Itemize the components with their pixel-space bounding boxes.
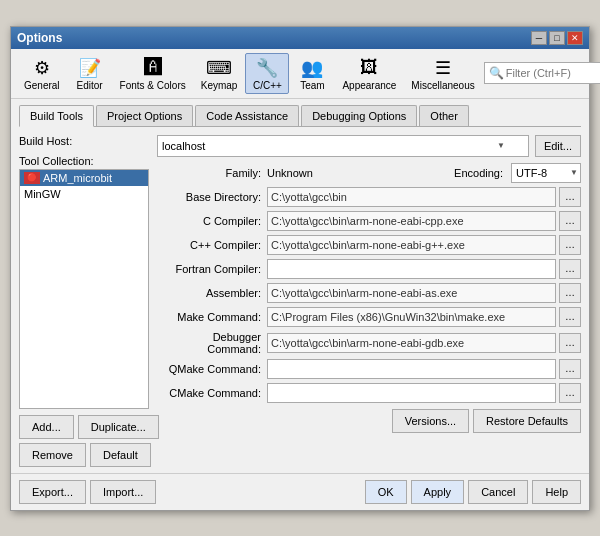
versions-button[interactable]: Versions... [392,409,469,433]
tab-debugging-options[interactable]: Debugging Options [301,105,417,126]
base-directory-input[interactable] [267,187,556,207]
cmake-command-row: … [267,383,581,403]
debugger-command-input[interactable] [267,333,556,353]
cmake-command-browse[interactable]: … [559,383,581,403]
encoding-select[interactable]: UTF-8 [511,163,581,183]
make-command-input[interactable] [267,307,556,327]
toolbar-item-general[interactable]: ⚙ General [17,53,67,94]
tool-collection-list: 🔴 ARM_microbit MinGW [19,169,149,409]
toolbar-item-miscellaneous[interactable]: ☰ Miscellaneous [404,53,481,94]
maximize-button[interactable]: □ [549,31,565,45]
cpp-compiler-browse[interactable]: … [559,235,581,255]
encoding-select-wrapper: UTF-8 [511,163,581,183]
cpp-compiler-row: … [267,235,581,255]
tab-code-assistance[interactable]: Code Assistance [195,105,299,126]
debugger-command-browse[interactable]: … [559,333,581,353]
help-button[interactable]: Help [532,480,581,504]
toolbar-item-keymap[interactable]: ⌨ Keymap [194,53,245,94]
toolbar-item-team[interactable]: 👥 Team [290,53,334,94]
search-input[interactable] [506,67,600,79]
right-panel: localhost Edit... Family: Unknown Encodi… [157,135,581,467]
search-box[interactable]: 🔍 [484,62,600,84]
toolbar-icons: ⚙ General 📝 Editor 🅰 Fonts & Colors ⌨ Ke… [17,53,482,94]
c-compiler-browse[interactable]: … [559,211,581,231]
options-window: Options ─ □ ✕ ⚙ General 📝 Editor 🅰 Fonts… [10,26,590,511]
toolbar-item-editor[interactable]: 📝 Editor [68,53,112,94]
cpp-compiler-input[interactable] [267,235,556,255]
c-compiler-row: … [267,211,581,231]
toolbar-label-cpp: C/C++ [253,80,282,91]
footer-left: Export... Import... [19,480,156,504]
tab-other[interactable]: Other [419,105,469,126]
family-label: Family: [157,167,267,179]
fonts-colors-icon: 🅰 [141,56,165,80]
toolbar-item-cpp[interactable]: 🔧 C/C++ [245,53,289,94]
host-select-wrapper: localhost [157,135,529,157]
base-directory-browse[interactable]: … [559,187,581,207]
toolbar-item-fonts-colors[interactable]: 🅰 Fonts & Colors [113,53,193,94]
list-item-mingw[interactable]: MinGW [20,186,148,202]
appearance-icon: 🖼 [357,56,381,80]
assembler-label: Assembler: [157,287,267,299]
duplicate-button[interactable]: Duplicate... [78,415,159,439]
apply-button[interactable]: Apply [411,480,465,504]
fortran-compiler-browse[interactable]: … [559,259,581,279]
debugger-command-row: … [267,333,581,353]
miscellaneous-icon: ☰ [431,56,455,80]
ok-button[interactable]: OK [365,480,407,504]
footer-right: OK Apply Cancel Help [365,480,581,504]
tabs-row: Build Tools Project Options Code Assista… [19,105,581,127]
toolbar-label-miscellaneous: Miscellaneous [411,80,474,91]
assembler-input[interactable] [267,283,556,303]
general-icon: ⚙ [30,56,54,80]
main-area: Build Host: Tool Collection: 🔴 ARM_micro… [19,135,581,467]
make-command-label: Make Command: [157,311,267,323]
cmake-command-input[interactable] [267,383,556,403]
title-bar: Options ─ □ ✕ [11,27,589,49]
toolbar-label-appearance: Appearance [342,80,396,91]
qmake-command-input[interactable] [267,359,556,379]
family-value: Unknown [267,167,446,179]
host-select[interactable]: localhost [157,135,529,157]
base-directory-label: Base Directory: [157,191,267,203]
remove-button[interactable]: Remove [19,443,86,467]
fortran-compiler-label: Fortran Compiler: [157,263,267,275]
editor-icon: 📝 [78,56,102,80]
cancel-button[interactable]: Cancel [468,480,528,504]
fortran-compiler-row: … [267,259,581,279]
qmake-command-browse[interactable]: … [559,359,581,379]
toolbar-item-appearance[interactable]: 🖼 Appearance [335,53,403,94]
add-button[interactable]: Add... [19,415,74,439]
close-button[interactable]: ✕ [567,31,583,45]
default-button[interactable]: Default [90,443,151,467]
qmake-command-row: … [267,359,581,379]
c-compiler-input[interactable] [267,211,556,231]
restore-defaults-button[interactable]: Restore Defaults [473,409,581,433]
search-icon: 🔍 [489,66,504,80]
form-fields: Base Directory: … C Compiler: … C++ Comp… [157,187,581,403]
minimize-button[interactable]: ─ [531,31,547,45]
cpp-compiler-label: C++ Compiler: [157,239,267,251]
base-directory-row: … [267,187,581,207]
list-item-arm-microbit[interactable]: 🔴 ARM_microbit [20,170,148,186]
encoding-label: Encoding: [454,167,503,179]
team-icon: 👥 [300,56,324,80]
import-button[interactable]: Import... [90,480,156,504]
tab-project-options[interactable]: Project Options [96,105,193,126]
add-duplicate-row: Add... Duplicate... [19,415,149,439]
make-command-browse[interactable]: … [559,307,581,327]
assembler-browse[interactable]: … [559,283,581,303]
tab-build-tools[interactable]: Build Tools [19,105,94,127]
export-button[interactable]: Export... [19,480,86,504]
toolbar: ⚙ General 📝 Editor 🅰 Fonts & Colors ⌨ Ke… [11,49,589,99]
build-host-row: Build Host: [19,135,149,149]
toolbar-label-team: Team [300,80,324,91]
fortran-compiler-input[interactable] [267,259,556,279]
family-encoding-row: Unknown Encoding: UTF-8 [267,163,581,183]
window-title: Options [17,31,62,45]
build-host-label: Build Host: [19,135,72,147]
left-panel: Build Host: Tool Collection: 🔴 ARM_micro… [19,135,149,467]
toolbar-label-keymap: Keymap [201,80,238,91]
edit-button[interactable]: Edit... [535,135,581,157]
footer: Export... Import... OK Apply Cancel Help [11,473,589,510]
